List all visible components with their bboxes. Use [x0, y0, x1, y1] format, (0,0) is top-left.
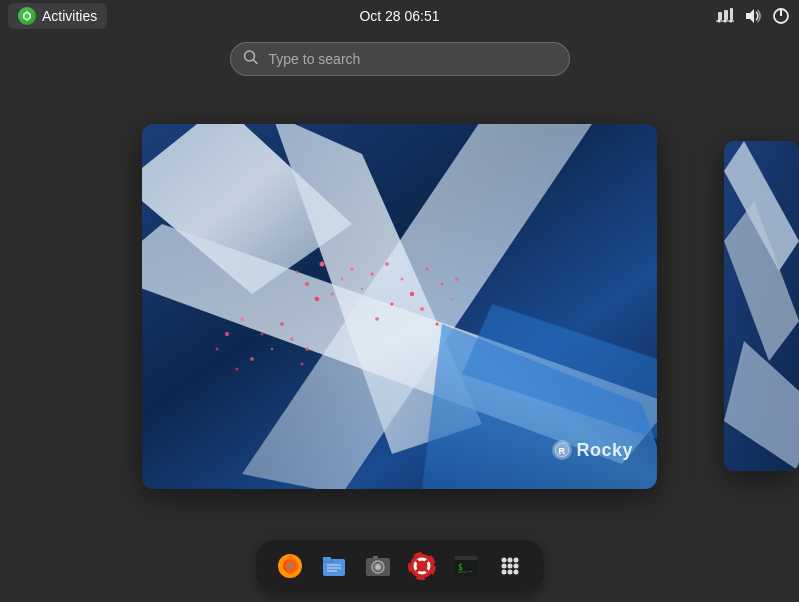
dash: $ _ — [256, 540, 544, 592]
svg-point-38 — [420, 307, 424, 311]
dash-terminal-icon[interactable]: $ _ — [448, 548, 484, 584]
svg-point-30 — [385, 262, 389, 266]
svg-point-36 — [391, 302, 394, 305]
svg-point-28 — [361, 287, 363, 289]
topbar: Activities Oct 28 06:51 — [0, 0, 799, 32]
workspace-area: R Rocky — [0, 90, 799, 522]
svg-point-29 — [370, 272, 374, 276]
svg-point-90 — [507, 570, 512, 575]
search-icon — [243, 50, 259, 69]
svg-rect-1 — [724, 10, 728, 20]
clock: Oct 28 06:51 — [359, 8, 439, 24]
search-container: Type to search — [230, 42, 570, 76]
svg-point-35 — [455, 277, 459, 281]
svg-point-22 — [341, 277, 344, 280]
svg-point-34 — [441, 282, 444, 285]
svg-point-21 — [320, 261, 325, 266]
svg-rect-71 — [373, 556, 378, 559]
svg-point-42 — [261, 332, 264, 335]
search-placeholder: Type to search — [269, 51, 361, 67]
svg-point-23 — [305, 282, 309, 286]
svg-point-40 — [451, 297, 453, 299]
svg-point-6 — [730, 20, 733, 23]
svg-marker-8 — [746, 9, 754, 23]
svg-point-89 — [501, 570, 506, 575]
svg-point-44 — [280, 322, 284, 326]
svg-point-88 — [513, 564, 518, 569]
svg-line-12 — [253, 60, 257, 64]
svg-line-75 — [416, 560, 419, 563]
svg-point-39 — [436, 322, 439, 325]
svg-point-24 — [331, 292, 334, 295]
svg-text:$ _: $ _ — [458, 563, 473, 572]
svg-point-37 — [375, 317, 379, 321]
svg-point-83 — [501, 558, 506, 563]
svg-rect-2 — [730, 8, 733, 20]
svg-point-47 — [250, 357, 254, 361]
svg-point-87 — [507, 564, 512, 569]
svg-rect-0 — [718, 12, 722, 20]
svg-rect-63 — [323, 557, 331, 561]
wallpaper: R Rocky — [142, 124, 657, 489]
activities-label: Activities — [42, 8, 97, 24]
svg-point-50 — [305, 347, 309, 351]
activities-button[interactable]: Activities — [8, 3, 107, 29]
svg-point-85 — [513, 558, 518, 563]
activities-icon — [18, 7, 36, 25]
svg-point-43 — [225, 331, 229, 335]
rocky-r-icon: R — [552, 440, 572, 460]
power-icon[interactable] — [771, 6, 791, 26]
svg-point-27 — [296, 270, 299, 273]
svg-point-48 — [236, 367, 239, 370]
rocky-logo: R Rocky — [552, 440, 633, 461]
svg-point-84 — [507, 558, 512, 563]
svg-point-41 — [240, 317, 244, 321]
svg-line-77 — [416, 569, 419, 572]
svg-point-51 — [301, 362, 304, 365]
system-tray — [715, 6, 791, 26]
svg-point-5 — [724, 20, 727, 23]
dash-firefox-icon[interactable] — [272, 548, 308, 584]
side-window[interactable] — [724, 141, 799, 471]
svg-point-32 — [410, 291, 414, 295]
svg-point-31 — [401, 277, 404, 280]
dash-apps-icon[interactable] — [492, 548, 528, 584]
svg-line-76 — [425, 560, 428, 563]
svg-point-86 — [501, 564, 506, 569]
svg-text:R: R — [559, 446, 566, 456]
svg-point-4 — [718, 20, 721, 23]
search-box[interactable]: Type to search — [230, 42, 570, 76]
rocky-text: Rocky — [576, 440, 633, 461]
svg-rect-80 — [454, 556, 478, 560]
svg-point-70 — [375, 565, 380, 570]
volume-icon[interactable] — [743, 6, 763, 26]
svg-point-26 — [315, 296, 319, 300]
dash-files-icon[interactable] — [316, 548, 352, 584]
svg-point-25 — [350, 267, 354, 271]
svg-point-49 — [290, 337, 294, 341]
svg-point-91 — [513, 570, 518, 575]
dash-screenshot-icon[interactable] — [360, 548, 396, 584]
svg-line-78 — [425, 569, 428, 572]
main-window[interactable]: R Rocky — [142, 124, 657, 489]
network-icon[interactable] — [715, 6, 735, 26]
svg-point-45 — [216, 347, 219, 350]
svg-point-46 — [271, 347, 273, 349]
dash-help-icon[interactable] — [404, 548, 440, 584]
side-wallpaper — [724, 141, 799, 471]
svg-point-33 — [425, 267, 429, 271]
